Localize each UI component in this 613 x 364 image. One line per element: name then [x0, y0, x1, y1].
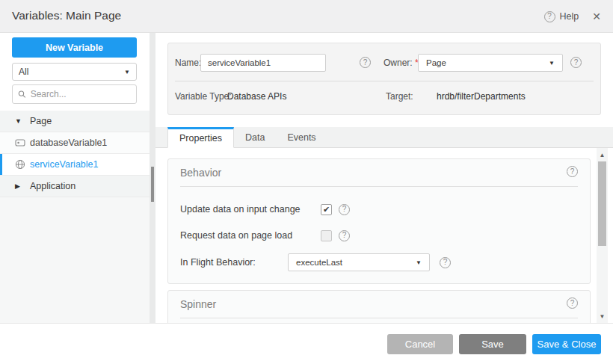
search-input[interactable]: [31, 89, 131, 99]
expand-arrow-icon[interactable]: ▼: [15, 117, 30, 125]
variable-summary-panel: Name: * ? Owner: * Page ▼ ? Variable Typ…: [167, 43, 601, 115]
cancel-button[interactable]: Cancel: [387, 334, 453, 354]
tree-node-service-variable[interactable]: serviceVariable1: [0, 154, 150, 176]
in-flight-behavior-value: executeLast: [296, 258, 342, 267]
spinner-help-icon[interactable]: ?: [567, 297, 578, 309]
variables-dialog: Variables: Main Page ? Help ✕ New Variab…: [0, 0, 613, 364]
variable-type-label: Variable Type:: [175, 91, 232, 102]
search-box: [12, 84, 137, 104]
in-flight-behavior-help-icon[interactable]: ?: [440, 257, 451, 268]
chevron-down-icon: ▼: [416, 259, 422, 266]
section-title: Spinner: [180, 298, 216, 310]
help-label: Help: [560, 11, 579, 22]
properties-content: Behavior ? Update data on input change ✔…: [155, 148, 613, 323]
service-variable-globe-icon: [15, 159, 30, 170]
update-data-help-icon[interactable]: ?: [339, 204, 350, 215]
variables-sidebar: New Variable All ▼ ▼ Page: [0, 33, 150, 323]
variables-tree: ▼ Page databaseVariable1: [0, 111, 150, 197]
chevron-down-icon: ▼: [124, 69, 130, 75]
owner-help-icon[interactable]: ?: [570, 57, 582, 68]
tab-events[interactable]: Events: [276, 127, 327, 148]
in-flight-behavior-label: In Flight Behavior:: [180, 257, 256, 268]
owner-value: Page: [426, 58, 446, 67]
owner-label: Owner: *: [383, 58, 419, 68]
owner-select[interactable]: Page ▼: [418, 54, 563, 72]
save-and-close-button[interactable]: Save & Close: [532, 334, 601, 354]
content-scrollbar[interactable]: ▲ ▼: [597, 148, 608, 323]
chevron-down-icon: ▼: [549, 60, 555, 67]
sidebar-scrollbar-track: [150, 33, 155, 323]
name-help-icon[interactable]: ?: [360, 57, 371, 68]
tree-node-label: Application: [30, 181, 76, 191]
update-data-label: Update data on input change: [180, 204, 301, 215]
database-variable-icon: [15, 138, 30, 147]
scrollbar-thumb[interactable]: [598, 161, 606, 246]
section-divider: [180, 318, 578, 318]
page-title: Variables: Main Page: [12, 9, 121, 22]
tab-data[interactable]: Data: [234, 127, 276, 148]
in-flight-behavior-select[interactable]: executeLast ▼: [288, 253, 430, 271]
dialog-header: Variables: Main Page ? Help ✕: [0, 0, 613, 33]
search-icon: [18, 90, 26, 99]
tree-node-label: serviceVariable1: [30, 159, 98, 170]
close-icon[interactable]: ✕: [592, 10, 601, 22]
in-flight-behavior-row: In Flight Behavior: executeLast ▼ ?: [180, 253, 578, 271]
tab-properties[interactable]: Properties: [167, 127, 234, 148]
target-label: Target:: [386, 91, 413, 102]
behavior-section: Behavior ? Update data on input change ✔…: [167, 158, 591, 284]
tree-node-page[interactable]: ▼ Page: [0, 111, 150, 132]
request-data-checkbox[interactable]: [321, 230, 332, 241]
variable-filter-select[interactable]: All ▼: [12, 63, 137, 81]
sidebar-scrollbar-thumb[interactable]: [151, 167, 154, 202]
update-data-checkbox[interactable]: ✔: [321, 204, 332, 215]
dialog-footer: Cancel Save Save & Close: [0, 323, 613, 364]
help-icon: ?: [544, 11, 555, 22]
variable-type-value: Database APIs: [227, 91, 286, 102]
tree-node-application[interactable]: ▶ Application: [0, 176, 150, 197]
variable-filter-value: All: [19, 67, 28, 77]
sidebar-empty-area: [0, 197, 150, 323]
panel-divider: [175, 81, 594, 81]
section-title: Behavior: [180, 167, 221, 179]
update-data-row: Update data on input change ✔ ?: [180, 200, 578, 218]
collapse-arrow-icon[interactable]: ▶: [15, 182, 30, 190]
name-field[interactable]: [200, 54, 326, 72]
behavior-help-icon[interactable]: ?: [567, 166, 578, 177]
variable-editor: Name: * ? Owner: * Page ▼ ? Variable Typ…: [155, 33, 613, 323]
section-divider: [180, 186, 578, 187]
tree-node-database-variable[interactable]: databaseVariable1: [0, 132, 150, 154]
check-icon: ✔: [323, 206, 330, 214]
editor-tabs: Properties Data Events: [155, 127, 613, 148]
request-data-row: Request data on page load ?: [180, 226, 578, 244]
tree-node-label: Page: [30, 116, 52, 126]
scroll-up-icon[interactable]: ▲: [597, 149, 608, 160]
spinner-section: Spinner ?: [167, 290, 591, 323]
new-variable-button[interactable]: New Variable: [12, 37, 137, 58]
request-data-label: Request data on page load: [180, 230, 292, 241]
target-value: hrdb/filterDepartments: [437, 91, 526, 102]
save-button[interactable]: Save: [459, 334, 526, 354]
help-button[interactable]: ? Help: [544, 11, 579, 22]
request-data-help-icon[interactable]: ?: [339, 230, 350, 241]
scroll-down-icon[interactable]: ▼: [597, 311, 608, 321]
tree-node-label: databaseVariable1: [30, 138, 107, 148]
